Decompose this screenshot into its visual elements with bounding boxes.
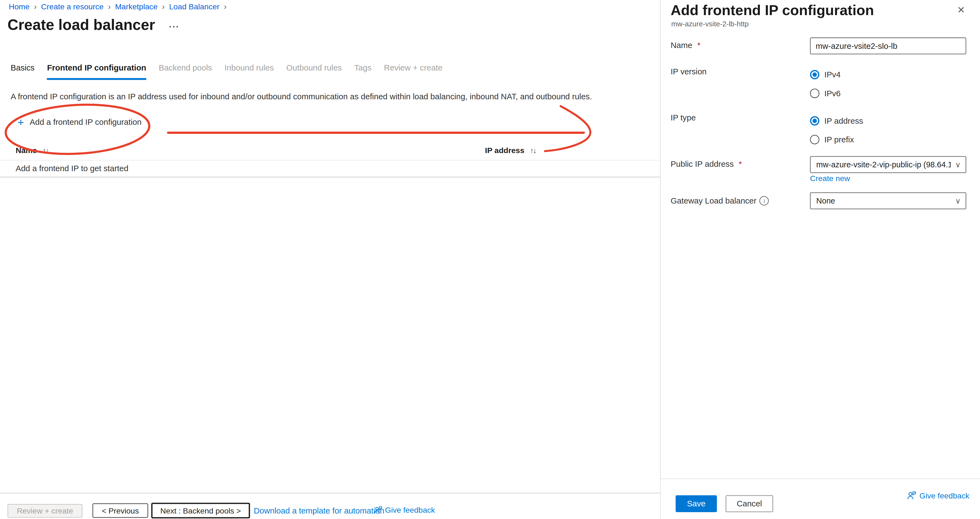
feedback-icon — [907, 491, 916, 500]
empty-table-row: Add a frontend IP to get started — [0, 160, 660, 178]
breadcrumb-separator: › — [158, 2, 169, 11]
radio-ip-prefix[interactable]: IP prefix — [810, 135, 854, 144]
public-ip-label-text: Public IP address — [671, 159, 734, 169]
required-asterisk: * — [739, 159, 742, 169]
give-feedback-label: Give feedback — [385, 506, 435, 514]
frontend-ip-description: A frontend IP configuration is an IP add… — [11, 92, 592, 101]
ip-prefix-label: IP prefix — [824, 135, 854, 144]
column-ip-label: IP address — [485, 146, 524, 155]
tab-review-create[interactable]: Review + create — [384, 63, 442, 78]
breadcrumb-home[interactable]: Home — [9, 2, 30, 11]
tab-outbound-rules[interactable]: Outbound rules — [286, 63, 342, 78]
gateway-lb-value: None — [816, 197, 951, 205]
review-create-button[interactable]: Review + create — [7, 504, 82, 517]
breadcrumb: Home › Create a resource › Marketplace ›… — [9, 2, 231, 11]
ipv4-label: IPv4 — [824, 70, 840, 79]
column-name-label: Name — [16, 146, 37, 155]
close-icon[interactable]: ✕ — [957, 5, 965, 14]
panel-title: Add frontend IP configuration — [671, 2, 874, 19]
plus-icon: + — [18, 118, 24, 127]
panel-give-feedback-link[interactable]: Give feedback — [907, 491, 970, 500]
create-load-balancer-main: Home › Create a resource › Marketplace ›… — [0, 0, 660, 519]
download-template-link[interactable]: Download a template for automation — [254, 506, 384, 515]
breadcrumb-marketplace[interactable]: Marketplace — [115, 2, 158, 11]
add-frontend-ip-label: Add a frontend IP configuration — [30, 117, 142, 127]
wizard-tabs: Basics Frontend IP configuration Backend… — [11, 63, 442, 80]
column-header-name: Name ↑↓ — [16, 146, 49, 155]
ipv6-label: IPv6 — [824, 89, 840, 98]
info-icon[interactable]: i — [760, 196, 769, 205]
gateway-lb-dropdown[interactable]: None ∨ — [810, 192, 966, 209]
azure-portal-page: Home › Create a resource › Marketplace ›… — [0, 0, 980, 519]
ip-type-label: IP type — [671, 113, 696, 122]
name-label: Name* — [671, 41, 700, 50]
breadcrumb-load-balancer[interactable]: Load Balancer — [169, 2, 220, 11]
frontend-ip-table-header: Name ↑↓ IP address ↑↓ — [0, 143, 660, 160]
radio-ip-address[interactable]: IP address — [810, 116, 863, 125]
gateway-lb-label-text: Gateway Load balancer — [671, 196, 757, 205]
add-frontend-ip-button[interactable]: + Add a frontend IP configuration — [18, 117, 142, 127]
give-feedback-link[interactable]: Give feedback — [374, 506, 435, 514]
add-frontend-ip-panel: Add frontend IP configuration ✕ mw-azure… — [660, 0, 980, 519]
tab-inbound-rules[interactable]: Inbound rules — [224, 63, 274, 78]
breadcrumb-create-a-resource[interactable]: Create a resource — [41, 2, 104, 11]
next-backend-pools-button[interactable]: Next : Backend pools > — [151, 503, 250, 519]
public-ip-dropdown[interactable]: mw-azure-vsite-2-vip-public-ip (98.64.19… — [810, 156, 966, 173]
tab-frontend-ip-configuration[interactable]: Frontend IP configuration — [47, 63, 146, 80]
cancel-button[interactable]: Cancel — [725, 495, 773, 512]
create-new-link[interactable]: Create new — [810, 174, 850, 183]
wizard-footer: Review + create < Previous Next : Backen… — [0, 493, 660, 519]
gateway-lb-label: Gateway Load balancer i — [671, 196, 769, 205]
public-ip-label: Public IP address* — [671, 159, 742, 169]
ip-address-label: IP address — [824, 116, 863, 125]
name-field[interactable] — [810, 38, 966, 54]
ip-version-label: IP version — [671, 67, 706, 76]
chevron-down-icon: ∨ — [955, 196, 961, 205]
name-label-text: Name — [671, 41, 692, 50]
radio-unselected-icon — [810, 89, 819, 98]
tab-basics[interactable]: Basics — [11, 63, 35, 78]
breadcrumb-separator: › — [220, 2, 231, 11]
sort-icon[interactable]: ↑↓ — [530, 147, 536, 154]
column-header-ip-address: IP address ↑↓ — [485, 146, 536, 155]
page-title-text: Create load balancer — [7, 16, 155, 34]
radio-selected-icon — [810, 116, 819, 125]
public-ip-value: mw-azure-vsite-2-vip-public-ip (98.64.19… — [816, 160, 951, 169]
panel-subtitle: mw-azure-vsite-2-lb-http — [671, 20, 749, 27]
page-title: Create load balancer ... — [7, 16, 179, 34]
save-button[interactable]: Save — [676, 495, 717, 512]
panel-footer: Save Cancel Give feedback — [661, 478, 980, 519]
required-asterisk: * — [697, 41, 700, 50]
more-options-icon[interactable]: ... — [169, 18, 180, 29]
radio-unselected-icon — [810, 135, 819, 144]
tab-backend-pools[interactable]: Backend pools — [159, 63, 212, 78]
previous-button[interactable]: < Previous — [92, 503, 148, 517]
feedback-icon — [374, 506, 383, 514]
chevron-down-icon: ∨ — [955, 160, 961, 169]
radio-ipv6[interactable]: IPv6 — [810, 89, 841, 98]
tab-tags[interactable]: Tags — [355, 63, 372, 78]
sort-icon[interactable]: ↑↓ — [43, 147, 49, 154]
panel-give-feedback-label: Give feedback — [920, 491, 969, 500]
radio-ipv4[interactable]: IPv4 — [810, 70, 841, 79]
radio-selected-icon — [810, 70, 819, 79]
breadcrumb-separator: › — [30, 2, 41, 11]
breadcrumb-separator: › — [103, 2, 115, 11]
